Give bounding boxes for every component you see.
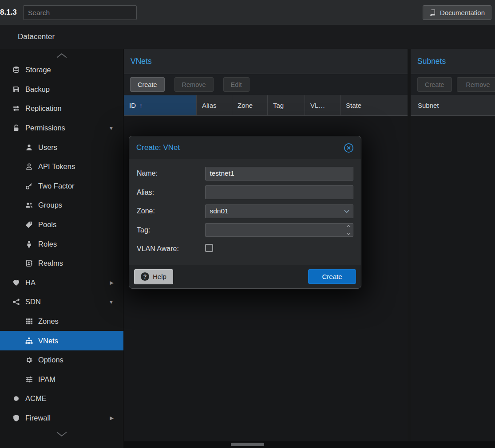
sidebar-item-options[interactable]: Options bbox=[0, 350, 123, 370]
field-row-name: Name: bbox=[137, 164, 353, 183]
sidebar-item-pools[interactable]: Pools bbox=[0, 215, 123, 235]
alias-label: Alias: bbox=[137, 189, 205, 196]
share-network-icon bbox=[12, 298, 21, 306]
zone-select[interactable]: sdn01 bbox=[205, 204, 353, 218]
shield-icon bbox=[12, 414, 21, 422]
field-row-alias: Alias: bbox=[137, 183, 353, 202]
sidebar-item-firewall[interactable]: Firewall ▶ bbox=[0, 409, 123, 428]
user-icon bbox=[24, 143, 34, 152]
sitemap-icon bbox=[24, 337, 34, 345]
tree-items: Storage Backup Replication Permissions ▼ bbox=[0, 60, 123, 428]
help-label: Help bbox=[153, 273, 166, 280]
vlan-aware-checkbox[interactable] bbox=[205, 244, 213, 252]
caret-down-icon[interactable]: ▼ bbox=[109, 126, 114, 131]
dialog-title: Create: VNet bbox=[136, 143, 344, 152]
dialog-create-button[interactable]: Create bbox=[308, 269, 356, 284]
key-icon bbox=[24, 182, 34, 190]
caret-down-icon[interactable]: ▼ bbox=[109, 299, 114, 305]
sidebar-item-users[interactable]: Users bbox=[0, 138, 123, 157]
sidebar-item-vnets[interactable]: VNets bbox=[0, 331, 123, 350]
column-header-state[interactable]: State bbox=[341, 95, 408, 115]
column-header-tag[interactable]: Tag bbox=[268, 95, 305, 115]
sidebar-item-api-tokens[interactable]: API Tokens bbox=[0, 157, 123, 177]
sidebar-item-groups[interactable]: Groups bbox=[0, 196, 123, 215]
tree-scroll-up-icon[interactable] bbox=[0, 53, 123, 59]
sidebar-item-ipam[interactable]: IPAM bbox=[0, 370, 123, 389]
book-icon bbox=[429, 9, 436, 16]
close-icon[interactable] bbox=[344, 143, 354, 153]
documentation-label: Documentation bbox=[440, 9, 485, 16]
column-header-zone[interactable]: Zone bbox=[232, 95, 268, 115]
subnets-panel-title: Subnets bbox=[417, 57, 446, 66]
column-header-alias[interactable]: Alias bbox=[197, 95, 232, 115]
dialog-body: Name: Alias: Zone: sdn01 T bbox=[129, 159, 361, 265]
subnets-panel-header: Subnets bbox=[411, 49, 495, 74]
heart-icon bbox=[12, 279, 21, 287]
chevron-down-icon bbox=[344, 210, 349, 213]
sidebar-item-backup[interactable]: Backup bbox=[0, 80, 123, 99]
sidebar-item-zones[interactable]: Zones bbox=[0, 312, 123, 331]
number-spinner[interactable] bbox=[346, 225, 351, 235]
caret-right-icon[interactable]: ▶ bbox=[110, 280, 114, 286]
spinner-up-icon bbox=[346, 225, 351, 228]
subnets-toolbar: Create Remove bbox=[411, 74, 495, 95]
column-header-id[interactable]: ID ↑ bbox=[124, 95, 197, 115]
replication-arrows-icon bbox=[12, 104, 21, 113]
vlan-aware-label: VLAN Aware: bbox=[137, 245, 205, 253]
sidebar-item-replication[interactable]: Replication bbox=[0, 99, 123, 118]
vnets-edit-button[interactable]: Edit bbox=[223, 77, 249, 92]
caret-right-icon[interactable]: ▶ bbox=[110, 415, 114, 421]
vnets-table-header: ID ↑ Alias Zone Tag VL… State bbox=[124, 95, 408, 116]
sliders-icon bbox=[24, 375, 34, 384]
address-book-icon bbox=[24, 259, 34, 267]
name-input[interactable] bbox=[205, 167, 353, 181]
help-button[interactable]: ? Help bbox=[134, 269, 173, 284]
name-label: Name: bbox=[137, 169, 205, 177]
search-input[interactable] bbox=[23, 5, 137, 20]
horizontal-scrollbar-thumb[interactable] bbox=[231, 443, 264, 446]
sidebar-item-realms[interactable]: Realms bbox=[0, 254, 123, 273]
alias-input[interactable] bbox=[205, 185, 353, 199]
zone-label: Zone: bbox=[137, 207, 205, 215]
gear-icon bbox=[24, 356, 34, 364]
sort-asc-icon: ↑ bbox=[139, 102, 143, 109]
subnets-table-body bbox=[411, 116, 495, 441]
unlock-icon bbox=[12, 124, 21, 132]
column-header-subnet[interactable]: Subnet bbox=[411, 95, 495, 115]
floppy-icon bbox=[12, 85, 21, 94]
tag-input[interactable] bbox=[205, 223, 353, 237]
field-row-zone: Zone: sdn01 bbox=[137, 202, 353, 221]
dialog-header: Create: VNet bbox=[129, 136, 361, 159]
vnets-toolbar: Create Remove Edit bbox=[124, 74, 408, 95]
sidebar-item-roles[interactable]: Roles bbox=[0, 234, 123, 254]
certificate-icon bbox=[12, 394, 21, 403]
grid-icon bbox=[24, 317, 34, 326]
subnets-table-header: Subnet bbox=[411, 95, 495, 116]
version-label: 8.1.3 bbox=[0, 8, 21, 17]
sidebar-item-sdn[interactable]: SDN ▼ bbox=[0, 292, 123, 312]
horizontal-scrollbar bbox=[124, 441, 495, 448]
vnets-remove-button[interactable]: Remove bbox=[174, 77, 214, 92]
subnets-remove-button[interactable]: Remove bbox=[457, 77, 495, 92]
vnets-create-button[interactable]: Create bbox=[130, 77, 165, 92]
subnets-create-button[interactable]: Create bbox=[417, 77, 452, 92]
tree-scroll-down-icon[interactable] bbox=[0, 431, 123, 437]
subnets-panel: Subnets Create Remove Subnet bbox=[411, 49, 495, 441]
sidebar-item-ha[interactable]: HA ▶ bbox=[0, 273, 123, 293]
column-header-vlanaware[interactable]: VL… bbox=[305, 95, 341, 115]
vnets-panel-title: VNets bbox=[131, 57, 152, 66]
vnets-panel-header: VNets bbox=[124, 49, 408, 74]
dialog-footer: ? Help Create bbox=[129, 265, 361, 288]
user-outline-icon bbox=[24, 162, 34, 171]
sidebar-item-acme[interactable]: ACME bbox=[0, 389, 123, 409]
field-row-vlan-aware: VLAN Aware: bbox=[137, 240, 353, 259]
sidebar-item-permissions[interactable]: Permissions ▼ bbox=[0, 118, 123, 138]
zone-select-value: sdn01 bbox=[210, 207, 228, 215]
breadcrumb-bar: Datacenter bbox=[0, 25, 495, 49]
spinner-down-icon bbox=[346, 232, 351, 235]
sidebar-item-storage[interactable]: Storage bbox=[0, 60, 123, 80]
create-vnet-dialog: Create: VNet Name: Alias: Zone: sd bbox=[129, 136, 361, 289]
top-bar: 8.1.3 Documentation bbox=[0, 0, 495, 25]
documentation-button[interactable]: Documentation bbox=[423, 5, 491, 20]
sidebar-item-two-factor[interactable]: Two Factor bbox=[0, 177, 123, 196]
